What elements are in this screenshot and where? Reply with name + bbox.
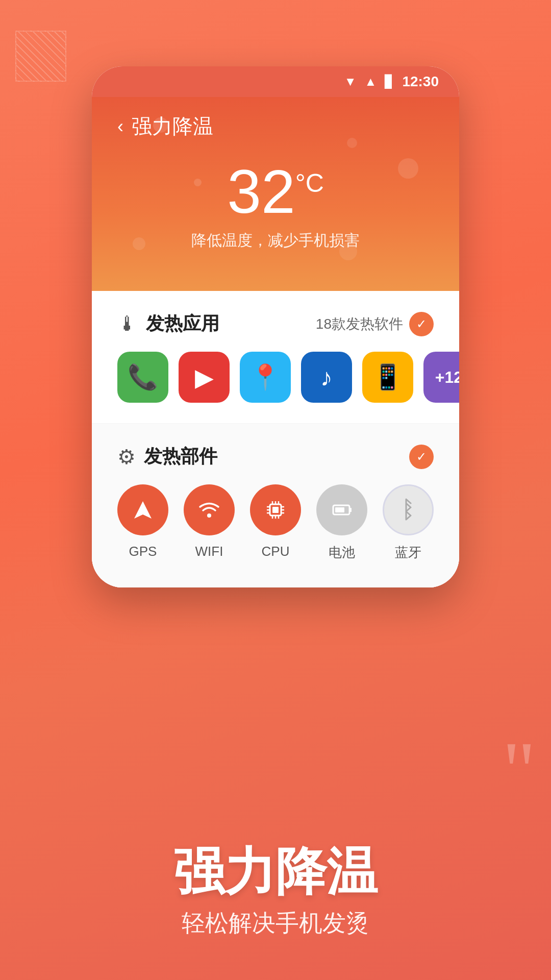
hot-components-check-icon[interactable]: ✓ xyxy=(409,445,434,469)
bubble-6 xyxy=(194,179,202,186)
bubble-4 xyxy=(133,237,145,250)
music-icon: ♪ xyxy=(320,363,333,391)
decorative-hatch xyxy=(15,31,66,82)
phone-header: ‹ 强力降温 32°C 降低温度，减少手机损害 xyxy=(92,97,459,291)
signal-icon: ▲ xyxy=(365,75,377,89)
hot-apps-row: 📞 ▶ 📍 ♪ 📱 +12 xyxy=(117,352,434,403)
gps-circle xyxy=(117,484,168,535)
svg-rect-17 xyxy=(349,508,352,512)
wifi-circle xyxy=(184,484,235,535)
hot-apps-card: 🌡 发热应用 18款发热软件 ✓ 📞 ▶ 📍 xyxy=(92,291,459,424)
status-bar: ▼ ▲ ▊ 12:30 xyxy=(92,66,459,97)
phone-icon: 📞 xyxy=(128,363,158,391)
temperature-description: 降低温度，减少手机损害 xyxy=(117,230,434,251)
wifi-icon xyxy=(195,496,223,524)
battery-icon xyxy=(328,496,356,524)
hot-components-header: ⚙ 发热部件 ✓ xyxy=(117,444,434,469)
bubble-1 xyxy=(153,117,168,133)
bottom-title: 强力降温 xyxy=(31,843,520,899)
video-icon: ▶ xyxy=(195,363,214,391)
decorative-quote: " xyxy=(503,730,536,812)
bottom-subtitle: 轻松解决手机发烫 xyxy=(31,908,520,939)
cpu-icon xyxy=(262,496,289,524)
hot-apps-count: 18款发热软件 xyxy=(316,314,403,334)
hot-components-title-area: ⚙ 发热部件 xyxy=(117,444,217,469)
component-battery[interactable]: 电池 xyxy=(316,484,367,561)
bluetooth-icon xyxy=(394,496,422,524)
more-count-label: +12 xyxy=(435,368,459,387)
battery-circle xyxy=(316,484,367,535)
app-icon-phone[interactable]: 📞 xyxy=(117,352,168,403)
hot-apps-header: 🌡 发热应用 18款发热软件 ✓ xyxy=(117,311,434,336)
hot-components-card: ⚙ 发热部件 ✓ GPS xyxy=(92,424,459,587)
back-arrow-icon[interactable]: ‹ xyxy=(117,116,123,137)
svg-point-0 xyxy=(207,513,211,518)
component-bluetooth[interactable]: 蓝牙 xyxy=(383,484,434,561)
bubble-5 xyxy=(339,242,357,260)
wifi-label: WIFI xyxy=(195,544,223,559)
cards-area: 🌡 发热应用 18款发热软件 ✓ 📞 ▶ 📍 xyxy=(92,291,459,587)
temperature-value: 32°C xyxy=(117,161,434,222)
svg-rect-16 xyxy=(335,507,344,512)
svg-rect-2 xyxy=(272,507,279,513)
hot-apps-title: 发热应用 xyxy=(146,311,219,336)
temp-digits: 32 xyxy=(227,157,295,226)
component-gps[interactable]: GPS xyxy=(117,484,168,559)
phone-mockup: ▼ ▲ ▊ 12:30 ‹ 强力降温 32°C 降低温度，减少手机损害 xyxy=(92,66,459,587)
map-icon: 📍 xyxy=(250,363,281,391)
cpu-circle xyxy=(250,484,301,535)
temp-unit: °C xyxy=(295,169,324,198)
gps-label: GPS xyxy=(129,544,157,559)
app-icon-music[interactable]: ♪ xyxy=(301,352,352,403)
temperature-display: 32°C 降低温度，减少手机损害 xyxy=(117,161,434,251)
hot-apps-check-icon[interactable]: ✓ xyxy=(409,312,434,336)
gear-icon: ⚙ xyxy=(117,445,136,469)
battery-icon: ▊ xyxy=(385,75,394,89)
thermometer-icon: 🌡 xyxy=(117,312,138,335)
app-icon-more[interactable]: +12 xyxy=(423,352,459,403)
app-icon-map[interactable]: 📍 xyxy=(240,352,291,403)
status-time: 12:30 xyxy=(402,74,439,90)
battery-label: 电池 xyxy=(329,544,355,561)
hot-components-title: 发热部件 xyxy=(144,444,217,469)
cpu-label: CPU xyxy=(262,544,290,559)
page-title: 强力降温 xyxy=(132,112,213,140)
bluetooth-circle xyxy=(383,484,434,535)
wifi-icon: ▼ xyxy=(344,75,357,89)
bluetooth-label: 蓝牙 xyxy=(395,544,421,561)
component-wifi[interactable]: WIFI xyxy=(184,484,235,559)
app-icon-phone2[interactable]: 📱 xyxy=(362,352,413,403)
bubble-2 xyxy=(347,138,357,148)
components-row: GPS WIFI xyxy=(117,484,434,561)
component-cpu[interactable]: CPU xyxy=(250,484,301,559)
gps-icon xyxy=(130,497,156,523)
phone2-icon: 📱 xyxy=(372,363,403,391)
bottom-text-area: 强力降温 轻松解决手机发烫 xyxy=(0,843,551,939)
bubble-3 xyxy=(398,158,418,179)
app-icon-video[interactable]: ▶ xyxy=(179,352,230,403)
hot-apps-badge: 18款发热软件 ✓ xyxy=(316,312,434,336)
hot-apps-title-area: 🌡 发热应用 xyxy=(117,311,219,336)
